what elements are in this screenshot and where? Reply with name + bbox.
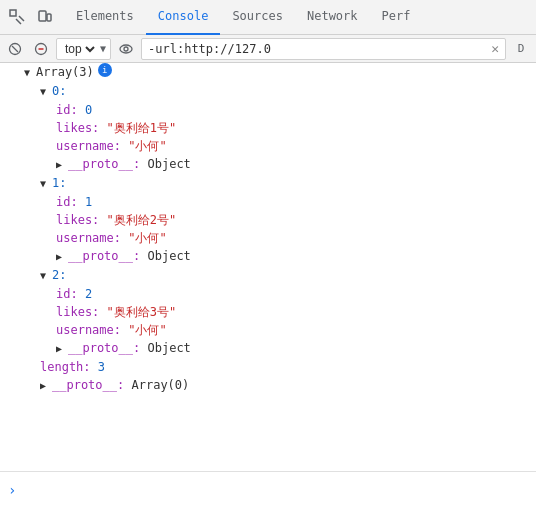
item-0-toggle[interactable] (40, 82, 52, 101)
tab-console[interactable]: Console (146, 0, 221, 35)
console-clear-button[interactable] (4, 38, 26, 60)
console-input-area: › (0, 471, 536, 507)
item-0-index: 0: (52, 82, 66, 100)
context-select[interactable]: top (61, 41, 98, 57)
svg-rect-3 (39, 11, 46, 21)
console-output: Array(3) i 0: id: 0 likes: "奥利给1号" usern… (0, 63, 536, 471)
main-tabs: Elements Console Sources Network Perf (64, 0, 532, 35)
item-2-id: id: 2 (0, 285, 536, 303)
item-2-proto: __proto__: Object (0, 339, 536, 358)
console-output-wrapper: ajax.html Array(3) i 0: id: 0 likes: "奥利… (0, 63, 536, 471)
item-0-id: id: 0 (0, 101, 536, 119)
item-2-toggle[interactable] (40, 266, 52, 285)
item-0-proto: __proto__: Object (0, 155, 536, 174)
item-2-proto-toggle[interactable] (56, 339, 68, 358)
tabs-toolbar: Elements Console Sources Network Perf (0, 0, 536, 35)
array-expand-toggle[interactable] (24, 63, 36, 82)
array-info-icon[interactable]: i (98, 63, 112, 77)
input-prompt-icon: › (8, 482, 16, 498)
item-1-proto-toggle[interactable] (56, 247, 68, 266)
item-2-likes: likes: "奥利给3号" (0, 303, 536, 321)
array-header-line: Array(3) i (0, 63, 536, 82)
svg-line-6 (12, 46, 18, 52)
array-label: Array(3) (36, 63, 94, 81)
item-1-toggle[interactable] (40, 174, 52, 193)
context-selector[interactable]: top ▼ (56, 38, 111, 60)
svg-rect-0 (10, 10, 16, 16)
item-0-header: 0: (0, 82, 536, 101)
console-filter-button[interactable] (30, 38, 52, 60)
item-2-index: 2: (52, 266, 66, 284)
item-0-proto-toggle[interactable] (56, 155, 68, 174)
item-1-username: username: "小何" (0, 229, 536, 247)
url-filter-input[interactable]: -url:http://127.0 ✕ (141, 38, 506, 60)
svg-line-2 (16, 19, 21, 24)
device-toolbar-button[interactable] (32, 4, 58, 30)
svg-point-9 (120, 45, 132, 53)
console-toolbar: top ▼ -url:http://127.0 ✕ D (0, 35, 536, 63)
tab-sources[interactable]: Sources (220, 0, 295, 35)
svg-point-10 (124, 47, 128, 51)
item-0-likes: likes: "奥利给1号" (0, 119, 536, 137)
url-filter-clear-button[interactable]: ✕ (491, 41, 499, 56)
svg-rect-4 (47, 14, 51, 21)
console-input[interactable] (22, 483, 528, 497)
item-2-header: 2: (0, 266, 536, 285)
svg-line-1 (19, 16, 24, 21)
item-1-proto: __proto__: Object (0, 247, 536, 266)
item-1-likes: likes: "奥利给2号" (0, 211, 536, 229)
dock-button[interactable]: D (510, 38, 532, 60)
array-proto-line: __proto__: Array(0) (0, 376, 536, 395)
array-proto-toggle[interactable] (40, 376, 52, 395)
eye-icon-button[interactable] (115, 38, 137, 60)
tab-elements[interactable]: Elements (64, 0, 146, 35)
tab-perf[interactable]: Perf (370, 0, 423, 35)
item-0-username: username: "小何" (0, 137, 536, 155)
item-1-index: 1: (52, 174, 66, 192)
tab-network[interactable]: Network (295, 0, 370, 35)
item-1-header: 1: (0, 174, 536, 193)
array-length-line: length: 3 (0, 358, 536, 376)
inspect-element-button[interactable] (4, 4, 30, 30)
item-2-username: username: "小何" (0, 321, 536, 339)
toolbar-icons (4, 4, 58, 30)
item-1-id: id: 1 (0, 193, 536, 211)
